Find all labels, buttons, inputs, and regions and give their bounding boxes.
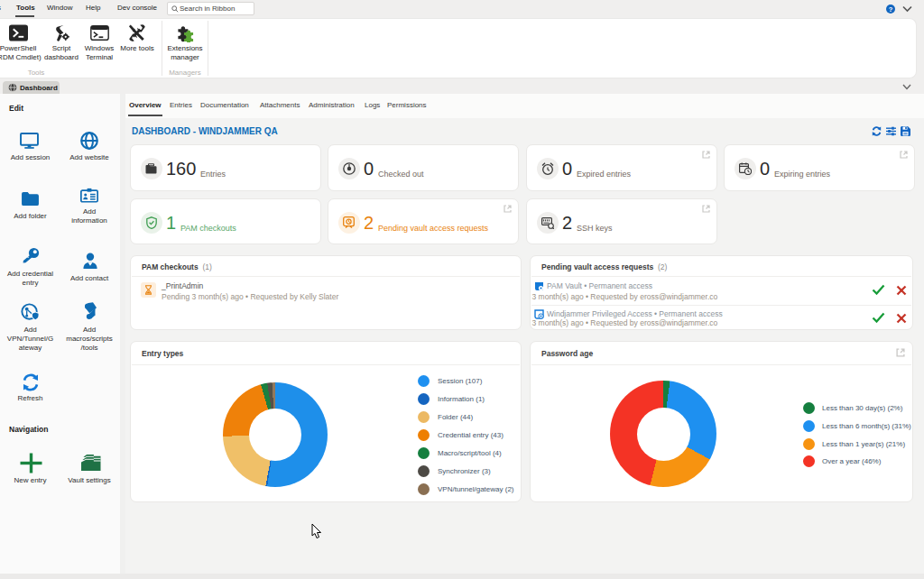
svg-text:?: ? bbox=[889, 5, 893, 14]
